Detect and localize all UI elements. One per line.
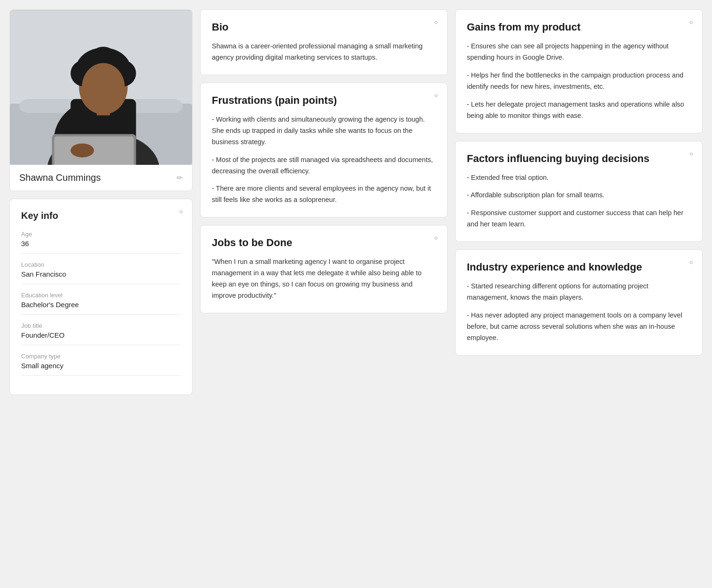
factor-3: - Responsive customer support and custom… xyxy=(467,208,691,230)
education-label: Education level xyxy=(21,292,181,299)
svg-rect-15 xyxy=(54,136,134,165)
location-value: San Francisco xyxy=(21,270,181,284)
gains-title: Gains from my product xyxy=(467,21,691,33)
industry-card: ⚬ Industry experience and knowledge - St… xyxy=(455,249,703,356)
industry-title: Industry experience and knowledge xyxy=(467,261,691,273)
middle-column: ⚬ Bio Shawna is a career-oriented profes… xyxy=(200,9,448,395)
location-field: Location San Francisco xyxy=(21,261,181,284)
factors-card: ⚬ Factors influencing buying decisions -… xyxy=(455,141,703,242)
frustrations-hint-icon[interactable]: ⚬ xyxy=(433,91,440,101)
profile-card: Shawna Cummings ✏ xyxy=(9,9,193,191)
job-title-label: Job title xyxy=(21,322,181,329)
frustrations-body: - Working with clients and simultaneousl… xyxy=(212,114,436,206)
frustrations-title: Frustrations (pain points) xyxy=(212,94,436,107)
frustrations-card: ⚬ Frustrations (pain points) - Working w… xyxy=(200,83,448,217)
profile-name: Shawna Cummings xyxy=(19,172,101,183)
age-label: Age xyxy=(21,231,181,238)
hint-icon[interactable]: ⚬ xyxy=(178,207,185,217)
right-column: ⚬ Gains from my product - Ensures she ca… xyxy=(455,9,703,395)
job-title-value: Founder/CEO xyxy=(21,331,181,345)
company-type-field: Company type Small agency xyxy=(21,353,181,376)
age-value: 36 xyxy=(21,240,181,254)
bio-title: Bio xyxy=(212,21,436,33)
frustration-1: - Working with clients and simultaneousl… xyxy=(212,114,436,148)
key-info-title: Key info xyxy=(21,210,181,221)
job-title-field: Job title Founder/CEO xyxy=(21,322,181,345)
bio-card: ⚬ Bio Shawna is a career-oriented profes… xyxy=(200,9,448,75)
education-field: Education level Bachelor's Degree xyxy=(21,292,181,315)
jobs-body: "When I run a small marketing agency I w… xyxy=(212,256,436,302)
frustration-3: - There are more clients and several emp… xyxy=(212,183,436,206)
profile-image xyxy=(10,10,192,165)
gains-body: - Ensures she can see all projects happe… xyxy=(467,41,691,122)
jobs-hint-icon[interactable]: ⚬ xyxy=(433,233,440,243)
gain-1: - Ensures she can see all projects happe… xyxy=(467,41,691,63)
bio-text: Shawna is a career-oriented professional… xyxy=(212,41,436,63)
factors-body: - Extended free trial option. - Affordab… xyxy=(467,172,691,231)
svg-rect-13 xyxy=(97,106,110,116)
industry-2: - Has never adopted any project manageme… xyxy=(467,310,691,344)
key-info-card: ⚬ Key info Age 36 Location San Francisco… xyxy=(9,199,193,395)
industry-1: - Started researching different options … xyxy=(467,281,691,303)
factor-2: - Affordable subscription plan for small… xyxy=(467,190,691,201)
gains-card: ⚬ Gains from my product - Ensures she ca… xyxy=(455,9,703,133)
jobs-title: Jobs to be Done xyxy=(212,237,436,249)
industry-hint-icon[interactable]: ⚬ xyxy=(688,257,695,268)
factors-hint-icon[interactable]: ⚬ xyxy=(688,149,695,159)
jobs-text: "When I run a small marketing agency I w… xyxy=(212,256,436,302)
edit-icon[interactable]: ✏ xyxy=(177,173,183,182)
industry-body: - Started researching different options … xyxy=(467,281,691,344)
factors-title: Factors influencing buying decisions xyxy=(467,153,691,165)
profile-photo xyxy=(10,10,192,165)
company-type-label: Company type xyxy=(21,353,181,360)
profile-name-row: Shawna Cummings ✏ xyxy=(10,165,192,191)
bio-hint-icon[interactable]: ⚬ xyxy=(433,17,440,28)
gain-3: - Lets her delegate project management t… xyxy=(467,99,691,122)
company-type-value: Small agency xyxy=(21,362,181,376)
svg-point-16 xyxy=(70,143,94,157)
education-value: Bachelor's Degree xyxy=(21,301,181,315)
left-column: Shawna Cummings ✏ ⚬ Key info Age 36 Loca… xyxy=(9,9,193,395)
location-label: Location xyxy=(21,261,181,268)
age-field: Age 36 xyxy=(21,231,181,254)
gain-2: - Helps her find the bottlenecks in the … xyxy=(467,70,691,93)
bio-body: Shawna is a career-oriented professional… xyxy=(212,41,436,63)
frustration-2: - Most of the projects are still managed… xyxy=(212,155,436,177)
jobs-card: ⚬ Jobs to be Done "When I run a small ma… xyxy=(200,225,448,313)
svg-point-12 xyxy=(82,63,125,111)
main-layout: Shawna Cummings ✏ ⚬ Key info Age 36 Loca… xyxy=(9,9,703,395)
factor-1: - Extended free trial option. xyxy=(467,172,691,184)
gains-hint-icon[interactable]: ⚬ xyxy=(688,17,695,28)
